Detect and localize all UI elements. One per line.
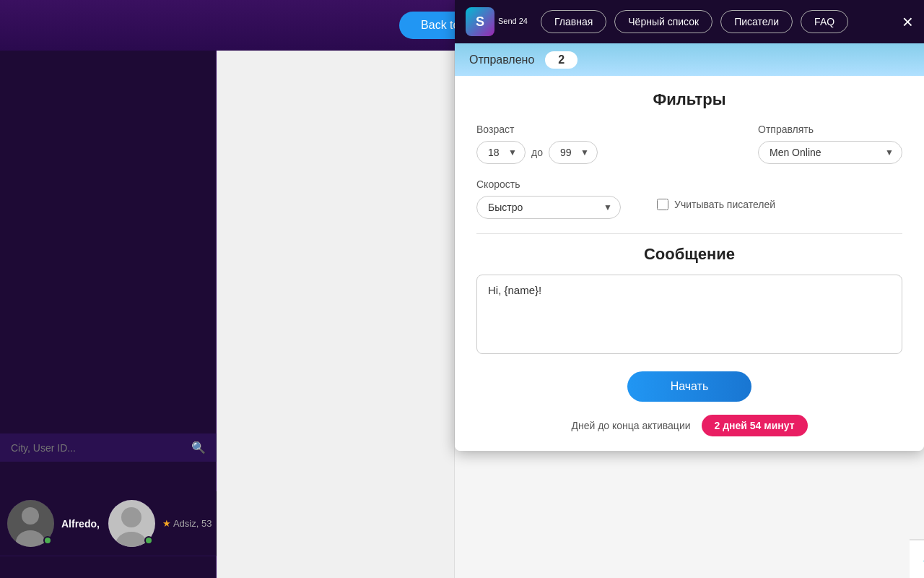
age-from-select[interactable]: 18 [476,141,526,164]
user-name: ★ Adsiz, 53 [162,518,212,529]
writers-checkbox[interactable] [657,199,668,210]
send-filter-group: Отправлять Men Online ▼ [758,124,902,164]
activation-badge: 2 дней 54 минут [702,415,808,436]
activation-label: Дней до конца активации [571,420,690,431]
logo-text: Send 24 [498,17,528,26]
filter-row-speed-check: Скорость Быстро ▼ Учитывать писателей [476,178,902,219]
online-indicator [43,536,52,545]
search-icon: 🔍 [191,441,206,454]
speed-select[interactable]: Быстро [476,196,621,219]
popup-body: Фильтры Возраст 18 ▼ до 99 [455,76,924,451]
svg-point-1 [22,507,39,525]
nav-blacklist-button[interactable]: Чёрный список [614,10,712,33]
age-from-wrap: 18 ▼ [476,141,526,164]
divider [476,233,902,234]
online-indicator [144,536,153,545]
avatar [108,500,155,547]
avatar [7,500,54,547]
logo-icon: S [466,7,494,36]
speed-filter-group: Скорость Быстро ▼ [476,178,621,219]
close-button[interactable]: × [902,12,913,31]
age-label: Возраст [476,124,598,135]
checkbox-writers-row: Учитывать писателей [657,199,775,210]
download-icon: ⬇ [920,550,924,569]
logo: S Send 24 [466,7,528,36]
tab-sent-label: Отправлено [469,53,534,66]
age-to-label: до [531,147,543,158]
tab-sent-count: 2 [545,51,578,69]
nav-writers-button[interactable]: Писатели [720,10,793,33]
send24-popup: S Send 24 Главная Чёрный список Писатели… [455,0,924,451]
activation-row: Дней до конца активации 2 дней 54 минут [476,415,902,436]
left-panel: 🔍 Alfredo, 68 [0,51,217,578]
age-filter-group: Возраст 18 ▼ до 99 ▼ [476,124,598,164]
age-to-select[interactable]: 99 [549,141,598,164]
svg-point-4 [121,507,141,527]
received-invites-bar[interactable]: ⬇ Received invites [910,539,924,578]
nav-home-button[interactable]: Главная [541,10,606,33]
send-select-wrap: Men Online ▼ [758,141,902,164]
age-range-row: 18 ▼ до 99 ▼ [476,141,598,164]
message-title: Сообщение [476,245,902,264]
speed-select-wrap: Быстро ▼ [476,196,621,219]
speed-label: Скорость [476,178,621,190]
popup-nav: S Send 24 Главная Чёрный список Писатели… [455,0,924,43]
start-button[interactable]: Начать [627,371,752,402]
writers-checkbox-label: Учитывать писателей [674,199,775,210]
send-label: Отправлять [758,124,902,135]
message-textarea[interactable]: Hi, {name}! [476,275,902,354]
age-to-wrap: 99 ▼ [549,141,598,164]
search-bar: 🔍 [0,434,217,462]
star-icon: ★ [162,518,171,529]
filter-row-age-send: Возраст 18 ▼ до 99 ▼ [476,124,902,164]
mid-panel [217,51,455,578]
popup-tabs: Отправлено 2 [455,43,924,76]
filters-title: Фильтры [476,90,902,109]
user-name-label: Adsiz, 53 [173,518,212,529]
search-input[interactable] [11,442,191,454]
nav-faq-button[interactable]: FAQ [801,10,848,33]
send-select[interactable]: Men Online [758,141,902,164]
